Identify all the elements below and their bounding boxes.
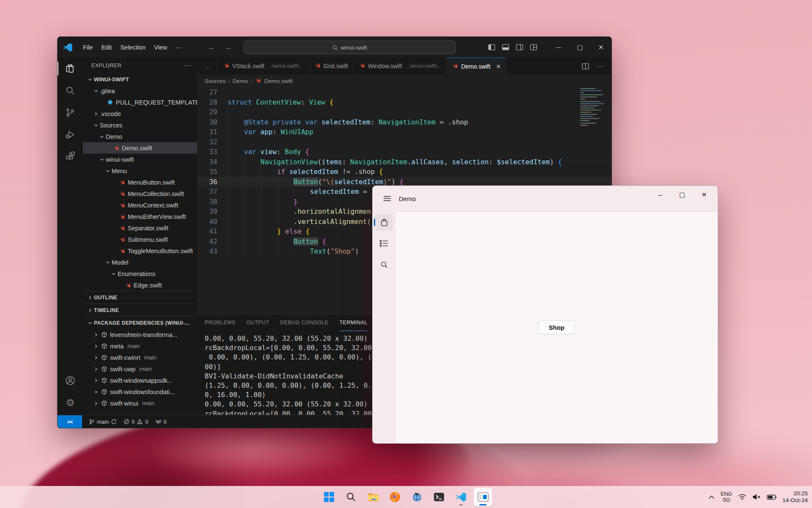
- tree-item-menueitherview-swift[interactable]: MenuEitherView.swift: [83, 211, 197, 222]
- taskbar-start-icon[interactable]: [320, 488, 338, 506]
- volume-muted-icon[interactable]: [752, 494, 761, 500]
- tree-item-pull-request-template-[interactable]: PULL_REQUEST_TEMPLATE....: [83, 97, 197, 108]
- tree-item-menucontext-swift[interactable]: MenuContext.swift: [83, 199, 197, 211]
- nav-back-icon[interactable]: ←: [208, 43, 216, 52]
- code-line-35[interactable]: 35if selectedItem != .shop {: [197, 167, 612, 177]
- code-line-29[interactable]: 29: [197, 107, 612, 117]
- panel-tab-debug-console[interactable]: DEBUG CONSOLE: [280, 315, 328, 331]
- editor-more-actions-icon[interactable]: ···: [597, 63, 604, 69]
- command-center-search[interactable]: winui-swift: [244, 41, 456, 54]
- clock[interactable]: 20:25 14-Oct-24: [782, 490, 808, 504]
- toggle-sidebar-icon[interactable]: [488, 44, 495, 50]
- language-indicator[interactable]: ENG SG: [721, 491, 732, 503]
- shop-button[interactable]: Shop: [538, 320, 575, 334]
- menu-edit[interactable]: Edit: [97, 42, 116, 53]
- split-editor-icon[interactable]: [582, 63, 589, 69]
- customize-layout-icon[interactable]: [530, 44, 537, 50]
- tree-item-demo[interactable]: Demo: [83, 131, 197, 142]
- tree-item-winui-swift[interactable]: WINUI-SWIFT: [83, 74, 197, 85]
- menu-selection[interactable]: Selection: [116, 42, 150, 53]
- tab-window-swift[interactable]: Window.swift...\winui-swift\...: [354, 58, 447, 75]
- nav-forward-icon[interactable]: →: [224, 43, 232, 52]
- tree-item-model[interactable]: Model: [83, 257, 197, 268]
- demo-minimize-button[interactable]: ─: [649, 186, 671, 204]
- code-line-32[interactable]: 32: [197, 137, 612, 147]
- tree-item-menubutton-swift[interactable]: MenuButton.swift: [83, 177, 197, 188]
- remote-indicator[interactable]: ><: [58, 415, 82, 428]
- problems-item[interactable]: 0 0: [123, 419, 148, 425]
- tree-item-swift-winui[interactable]: swift-winuimain: [83, 398, 197, 409]
- sidebar-section-package-dependencies-winui-[interactable]: PACKAGE DEPENDENCIES (WINUI-...: [83, 316, 197, 329]
- activitybar-extensions-icon[interactable]: [58, 146, 83, 168]
- ports-item[interactable]: 0: [155, 419, 167, 425]
- taskbar-demo-app-icon[interactable]: [474, 488, 492, 506]
- menu-more[interactable]: ···: [171, 42, 186, 53]
- vscode-maximize-button[interactable]: ▢: [569, 37, 590, 58]
- taskbar-search-icon[interactable]: [342, 488, 360, 506]
- tree-item--vscode[interactable]: .vscode: [83, 108, 197, 119]
- tab-vstack-swift[interactable]: VStack.swift...\winui-swift\...: [218, 58, 309, 75]
- minimap[interactable]: [580, 88, 606, 173]
- tab-grid-swift[interactable]: Grid.swift: [309, 58, 354, 75]
- panel-tab-problems[interactable]: PROBLEMS: [205, 315, 236, 331]
- sync-icon[interactable]: [111, 419, 117, 425]
- nav-item-search-icon[interactable]: [375, 256, 393, 273]
- battery-icon[interactable]: [767, 494, 776, 500]
- nav-item-list-icon[interactable]: [375, 235, 393, 252]
- tray-chevron-up-icon[interactable]: [708, 495, 715, 499]
- vscode-minimize-button[interactable]: ─: [548, 37, 569, 58]
- tab-demo-swift[interactable]: Demo.swift✕: [447, 58, 506, 75]
- tree-item-winui-swift[interactable]: winui-swift: [83, 154, 197, 165]
- tree-item-swift-uwp[interactable]: swift-uwpmain: [83, 363, 197, 375]
- panel-tab-terminal[interactable]: TERMINAL: [340, 315, 368, 331]
- breadcrumb-segment[interactable]: Demo: [233, 78, 248, 84]
- code-line-30[interactable]: 30@State private var selectedItem: Navig…: [197, 117, 612, 127]
- tab-overflow-stub[interactable]: ...: [197, 58, 218, 75]
- wifi-icon[interactable]: [738, 494, 746, 500]
- sidebar-section-outline[interactable]: OUTLINE: [83, 291, 197, 304]
- activitybar-run-debug-icon[interactable]: [58, 124, 83, 146]
- demo-titlebar[interactable]: Demo ─ ▢ ✕: [373, 186, 718, 211]
- tree-item-meta[interactable]: metamain: [83, 340, 197, 352]
- activitybar-source-control-icon[interactable]: [58, 102, 83, 124]
- explorer-more-actions-icon[interactable]: ···: [184, 62, 192, 69]
- activitybar-search-icon[interactable]: [58, 80, 83, 102]
- menu-file[interactable]: File: [79, 42, 97, 53]
- tree-item-sources[interactable]: Sources: [83, 119, 197, 131]
- git-branch-item[interactable]: main: [89, 419, 117, 425]
- code-line-28[interactable]: 28struct ContentView: View {: [197, 97, 612, 108]
- tree-item-edge-swift[interactable]: Edge.swift: [83, 279, 197, 291]
- tab-close-icon[interactable]: ✕: [496, 63, 501, 70]
- breadcrumb-segment[interactable]: Demo.swift: [264, 78, 293, 84]
- activitybar-account-icon[interactable]: [58, 370, 83, 392]
- tree-item-menucollection-swift[interactable]: MenuCollection.swift: [83, 188, 197, 199]
- code-line-34[interactable]: 34NavigationView(items: NavigationItem.a…: [197, 157, 612, 167]
- demo-close-button[interactable]: ✕: [693, 186, 715, 204]
- sidebar-section-timeline[interactable]: TIMELINE: [83, 304, 197, 316]
- tree-item-submenu-swift[interactable]: Submenu.swift: [83, 234, 197, 245]
- activitybar-explorer-icon[interactable]: [58, 58, 83, 80]
- tree-item-separator-swift[interactable]: Separator.swift: [83, 222, 197, 234]
- code-line-33[interactable]: 33var view: Body {: [197, 147, 612, 157]
- tree-item--gitea[interactable]: .gitea: [83, 85, 197, 97]
- tree-item-togglemenubutton-swift[interactable]: ToggleMenuButton.swift: [83, 245, 197, 257]
- demo-maximize-button[interactable]: ▢: [671, 186, 693, 204]
- tree-item-levenshtein-transforma-[interactable]: levenshtein-transforma...: [83, 329, 197, 340]
- taskbar-vscode-icon[interactable]: [452, 488, 470, 506]
- tree-item-swift-cwinrt[interactable]: swift-cwinrtmain: [83, 352, 197, 363]
- taskbar-explorer-icon[interactable]: [364, 488, 382, 506]
- tree-item-enumerations[interactable]: Enumerations: [83, 268, 197, 279]
- hamburger-menu-icon[interactable]: [378, 191, 396, 206]
- vscode-close-button[interactable]: ✕: [590, 37, 612, 58]
- toggle-panel-icon[interactable]: [502, 44, 509, 50]
- tree-item-demo-swift[interactable]: Demo.swift: [83, 142, 197, 154]
- taskbar-globe-icon[interactable]: [408, 488, 426, 506]
- code-line-31[interactable]: 31var app: WinUIApp: [197, 127, 612, 137]
- nav-item-shop-bag-icon[interactable]: [375, 214, 393, 231]
- vscode-titlebar[interactable]: File Edit Selection View ··· ← → winui-s…: [58, 37, 612, 58]
- tree-item-menu[interactable]: Menu: [83, 165, 197, 177]
- tree-item-swift-windowsfoundati-[interactable]: swift-windowsfoundati...: [83, 386, 197, 398]
- tree-item-swift-windowsappsdk-[interactable]: swift-windowsappsdk...: [83, 375, 197, 386]
- activitybar-settings-gear-icon[interactable]: ⚙: [58, 392, 83, 414]
- toggle-secondary-sidebar-icon[interactable]: [516, 44, 523, 50]
